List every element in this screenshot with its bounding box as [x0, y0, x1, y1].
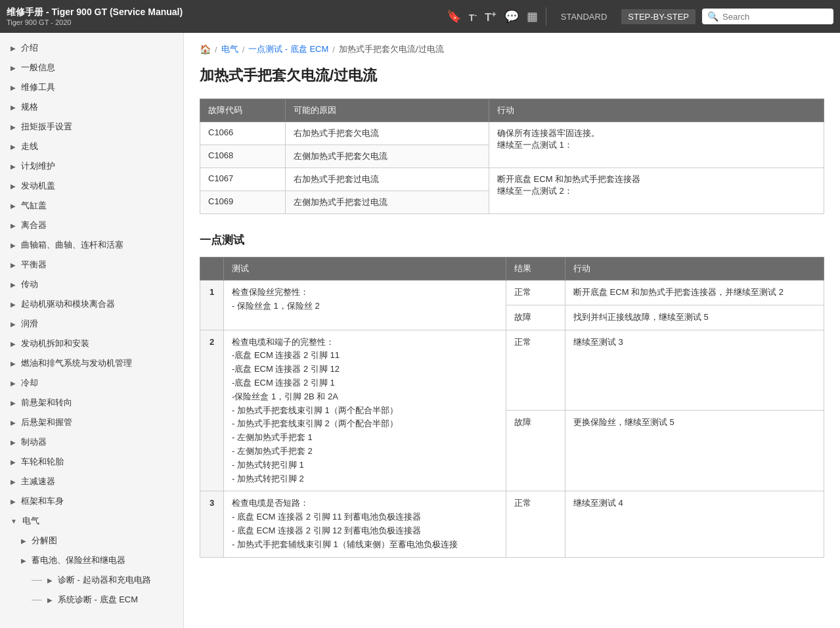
breadcrumb-test[interactable]: 一点测试 - 底盘 ECM [248, 43, 328, 55]
test-result-2-0: 正常 [506, 491, 565, 557]
sidebar-item-11[interactable]: ▶平衡器 [0, 255, 183, 275]
sidebar-arrow-2: ▶ [11, 84, 16, 91]
sidebar-item-25[interactable]: ▶分解图 [0, 531, 183, 550]
sidebar-arrow-11: ▶ [11, 261, 16, 269]
sidebar-arrow-0: ▶ [11, 45, 16, 52]
toolbar-divider [546, 7, 546, 26]
test-num-0: 1 [200, 280, 224, 330]
toolbar-icons: 🔖 T- T+ 💬 ▦ STANDARD STEP-BY-STEP [447, 7, 696, 26]
sidebar-label-7: 发动机盖 [21, 180, 55, 192]
sidebar-item-14[interactable]: ▶润滑 [0, 314, 183, 334]
sidebar-item-12[interactable]: ▶传动 [0, 275, 183, 294]
sidebar-arrow-3: ▶ [11, 104, 16, 111]
font-increase-icon[interactable]: T+ [485, 9, 497, 24]
test-content-1: 检查电缆和端子的完整性：-底盘 ECM 连接器 2 引脚 11-底盘 ECM 连… [224, 330, 506, 491]
breadcrumb-electrical[interactable]: 电气 [221, 43, 238, 55]
sidebar-label-2: 维修工具 [21, 81, 55, 93]
sidebar-label-19: 后悬架和握管 [21, 416, 72, 428]
sidebar-item-6[interactable]: ▶计划维护 [0, 156, 183, 176]
sidebar-arrow-19: ▶ [11, 419, 16, 426]
sidebar-item-22[interactable]: ▶主减速器 [0, 472, 183, 491]
test-num-2: 3 [200, 491, 224, 557]
sidebar-item-1[interactable]: ▶一般信息 [0, 58, 183, 78]
sidebar-arrow-25: ▶ [21, 537, 26, 545]
sidebar-arrow-13: ▶ [11, 301, 16, 308]
sidebar-label-3: 规格 [21, 101, 38, 113]
test-result-0-0: 正常 [506, 280, 565, 305]
sidebar-arrow-23: ▶ [11, 498, 16, 505]
table-row: 2检查电缆和端子的完整性：-底盘 ECM 连接器 2 引脚 11-底盘 ECM … [200, 330, 824, 411]
sidebar-item-24[interactable]: ▼电气 [0, 511, 183, 531]
view-standard-button[interactable]: STANDARD [554, 9, 614, 24]
sidebar-item-21[interactable]: ▶车轮和轮胎 [0, 452, 183, 472]
sidebar-item-26[interactable]: ▶蓄电池、保险丝和继电器 [0, 550, 183, 570]
view-step-button[interactable]: STEP-BY-STEP [621, 9, 696, 24]
test-action-0-0: 断开底盘 ECM 和加热式手把套连接器，并继续至测试 2 [565, 280, 824, 305]
test-action-0-1: 找到并纠正接线故障，继续至测试 5 [565, 305, 824, 330]
test-col-action: 行动 [565, 258, 824, 280]
sidebar-label-23: 框架和车身 [21, 495, 64, 507]
sidebar-arrow-24: ▼ [11, 518, 17, 525]
home-icon[interactable]: 🏠 [200, 44, 211, 55]
fault-col-code: 故障代码 [200, 99, 286, 122]
sidebar-arrow-21: ▶ [11, 459, 16, 466]
test-action-1-0: 继续至测试 3 [565, 330, 824, 411]
test-col-num [200, 258, 224, 280]
search-input[interactable] [722, 12, 828, 22]
sidebar-arrow-5: ▶ [11, 143, 16, 150]
sidebar-item-17[interactable]: ▶冷却 [0, 373, 183, 393]
sidebar-item-18[interactable]: ▶前悬架和转向 [0, 393, 183, 413]
test-result-1-0: 正常 [506, 330, 565, 411]
sidebar-label-5: 走线 [21, 141, 38, 152]
sidebar-item-4[interactable]: ▶扭矩扳手设置 [0, 117, 183, 137]
sidebar-item-19[interactable]: ▶后悬架和握管 [0, 413, 183, 432]
table-row: 1检查保险丝完整性：- 保险丝盒 1，保险丝 2正常断开底盘 ECM 和加热式手… [200, 280, 824, 305]
sidebar-item-5[interactable]: ▶走线 [0, 137, 183, 156]
bookmark-icon[interactable]: 🔖 [447, 9, 461, 24]
sidebar-arrow-7: ▶ [11, 183, 16, 190]
search-box: 🔍 [702, 9, 833, 24]
sidebar-item-3[interactable]: ▶规格 [0, 97, 183, 117]
sidebar-arrow-15: ▶ [11, 340, 16, 348]
test-action-1-1: 更换保险丝，继续至测试 5 [565, 411, 824, 491]
sidebar-label-0: 介绍 [21, 42, 38, 54]
section-title: 一点测试 [200, 233, 824, 248]
app-title: 维修手册 - Tiger 900 GT (Service Manual) [7, 7, 440, 18]
sidebar-label-26: 蓄电池、保险丝和继电器 [32, 554, 125, 566]
layout-icon[interactable]: ▦ [527, 9, 538, 24]
test-num-1: 2 [200, 330, 224, 491]
sidebar-item-13[interactable]: ▶起动机驱动和模块离合器 [0, 294, 183, 314]
sidebar-item-23[interactable]: ▶框架和车身 [0, 491, 183, 511]
sidebar-arrow-28: ▶ [47, 596, 53, 604]
sidebar-item-0[interactable]: ▶介绍 [0, 38, 183, 58]
sidebar-label-18: 前悬架和转向 [21, 397, 72, 409]
sidebar-item-27[interactable]: ▶诊断 - 起动器和充电电路 [0, 570, 183, 590]
breadcrumb-sep-2: / [242, 45, 245, 55]
sidebar-item-28[interactable]: ▶系统诊断 - 底盘 ECM [0, 590, 183, 610]
fault-col-action: 行动 [489, 99, 824, 122]
sidebar-item-10[interactable]: ▶曲轴箱、曲轴、连杆和活塞 [0, 235, 183, 255]
sidebar-arrow-4: ▶ [11, 123, 16, 131]
sidebar-label-14: 润滑 [21, 318, 38, 330]
comment-icon[interactable]: 💬 [504, 9, 519, 24]
test-result-1-1: 故障 [506, 411, 565, 491]
sidebar-arrow-17: ▶ [11, 380, 16, 387]
sidebar-arrow-16: ▶ [11, 360, 16, 367]
sidebar-item-20[interactable]: ▶制动器 [0, 432, 183, 452]
sidebar-item-2[interactable]: ▶维修工具 [0, 78, 183, 97]
topbar: 维修手册 - Tiger 900 GT (Service Manual) Tig… [0, 0, 840, 33]
sidebar-label-20: 制动器 [21, 436, 47, 448]
layout: ▶介绍▶一般信息▶维修工具▶规格▶扭矩扳手设置▶走线▶计划维护▶发动机盖▶气缸盖… [0, 33, 840, 628]
sidebar-item-8[interactable]: ▶气缸盖 [0, 196, 183, 215]
sidebar-item-9[interactable]: ▶离合器 [0, 215, 183, 235]
sidebar-item-16[interactable]: ▶燃油和排气系统与发动机管理 [0, 353, 183, 373]
sidebar-label-4: 扭矩扳手设置 [21, 121, 72, 133]
sidebar: ▶介绍▶一般信息▶维修工具▶规格▶扭矩扳手设置▶走线▶计划维护▶发动机盖▶气缸盖… [0, 33, 184, 628]
sidebar-item-15[interactable]: ▶发动机拆卸和安装 [0, 334, 183, 353]
font-decrease-icon[interactable]: T- [469, 10, 477, 23]
sidebar-item-7[interactable]: ▶发动机盖 [0, 176, 183, 196]
sidebar-label-15: 发动机拆卸和安装 [21, 338, 89, 349]
fault-table: 故障代码 可能的原因 行动 C1066右加热式手把套欠电流确保所有连接器牢固连接… [200, 99, 824, 214]
title-area: 维修手册 - Tiger 900 GT (Service Manual) Tig… [7, 7, 440, 26]
sidebar-label-11: 平衡器 [21, 259, 47, 271]
